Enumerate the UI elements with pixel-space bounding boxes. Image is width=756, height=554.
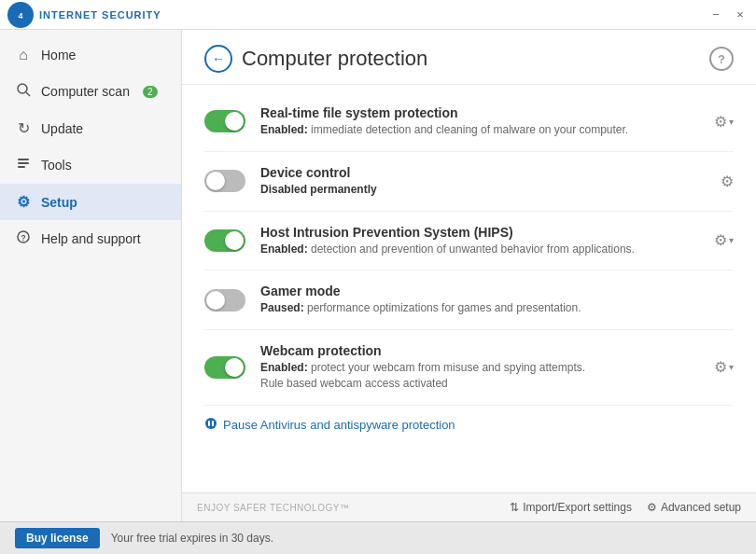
main-container: ⌂ Home Computer scan 2 ↻ Update <box>0 30 756 521</box>
content-header: ← Computer protection ? <box>182 30 756 85</box>
update-icon: ↻ <box>15 119 32 137</box>
bottom-bar: Buy license Your free trial expires in 3… <box>0 521 756 554</box>
window-controls: − × <box>707 7 749 23</box>
buy-license-button[interactable]: Buy license <box>15 528 100 548</box>
footer-tagline: ENJOY SAFER TECHNOLOGY™ <box>197 503 349 513</box>
scan-badge: 2 <box>143 86 158 98</box>
footer: ENJOY SAFER TECHNOLOGY™ ⇅ Import/Export … <box>182 492 756 521</box>
gear-icon-hips: ⚙ <box>714 231 727 249</box>
toggle-gamer-mode[interactable] <box>204 289 245 312</box>
content-area: ← Computer protection ? Real-time file s… <box>182 30 756 521</box>
sidebar-item-help[interactable]: ? Help and support <box>0 220 181 257</box>
titlebar: 4 INTERNET SECURITY − × <box>0 0 756 30</box>
sidebar: ⌂ Home Computer scan 2 ↻ Update <box>0 30 182 521</box>
advanced-setup-label: Advanced setup <box>661 501 741 514</box>
logo-icon: 4 <box>7 2 34 28</box>
sidebar-label-tools: Tools <box>41 158 72 173</box>
protection-name-realtime-fs: Real-time file system protection <box>260 105 699 120</box>
protection-text-realtime-fs: Real-time file system protection Enabled… <box>260 105 699 138</box>
protection-desc-device-control: Disabled permanently <box>260 182 706 198</box>
protection-item-gamer-mode: Gamer mode Paused: performance optimizat… <box>204 270 734 330</box>
sidebar-item-computer-scan[interactable]: Computer scan 2 <box>0 73 181 110</box>
protection-desc-gamer-mode: Paused: performance optimizations for ga… <box>260 300 734 316</box>
toggle-hips[interactable] <box>204 229 245 252</box>
home-icon: ⌂ <box>15 47 32 63</box>
sidebar-label-scan: Computer scan <box>41 84 130 99</box>
gear-hips[interactable]: ⚙ ▾ <box>714 231 734 249</box>
sidebar-item-setup[interactable]: ⚙ Setup <box>0 184 181 220</box>
protection-name-hips: Host Intrusion Prevention System (HIPS) <box>260 225 699 240</box>
footer-actions: ⇅ Import/Export settings ⚙ Advanced setu… <box>510 501 741 514</box>
svg-rect-11 <box>212 421 214 426</box>
svg-rect-4 <box>18 159 29 160</box>
sidebar-item-home[interactable]: ⌂ Home <box>0 37 181 73</box>
setup-icon: ⚙ <box>15 193 32 211</box>
app-logo: 4 INTERNET SECURITY <box>7 2 161 28</box>
import-export-link[interactable]: ⇅ Import/Export settings <box>510 501 632 514</box>
protection-item-webcam: Webcam protection Enabled: protect your … <box>204 330 734 406</box>
gear-icon-device: ⚙ <box>721 173 734 190</box>
import-export-label: Import/Export settings <box>523 501 632 514</box>
brand-text: INTERNET SECURITY <box>39 9 161 21</box>
protection-desc-hips: Enabled: detection and prevention of unw… <box>260 242 699 257</box>
sidebar-label-home: Home <box>41 48 76 62</box>
toggle-webcam[interactable] <box>204 356 245 379</box>
svg-rect-10 <box>208 421 210 426</box>
advanced-setup-icon: ⚙ <box>647 501 657 514</box>
close-button[interactable]: × <box>732 7 749 23</box>
sidebar-label-setup: Setup <box>41 195 77 210</box>
chevron-webcam: ▾ <box>729 362 734 372</box>
svg-rect-6 <box>18 166 25 168</box>
protection-text-gamer-mode: Gamer mode Paused: performance optimizat… <box>260 284 734 316</box>
scan-icon <box>15 82 32 101</box>
sidebar-label-update: Update <box>41 121 83 136</box>
chevron-hips: ▾ <box>729 235 734 245</box>
header-left: ← Computer protection <box>204 45 427 73</box>
protection-item-device-control: Device control Disabled permanently ⚙ <box>204 152 734 212</box>
svg-text:?: ? <box>21 233 26 242</box>
gear-icon-webcam: ⚙ <box>714 358 727 376</box>
advanced-setup-link[interactable]: ⚙ Advanced setup <box>647 501 741 514</box>
gear-icon-realtime: ⚙ <box>714 113 727 131</box>
protection-desc-webcam: Enabled: protect your webcam from misuse… <box>260 360 699 392</box>
protection-name-device-control: Device control <box>260 165 706 180</box>
trial-text: Your free trial expires in 30 days. <box>111 532 273 545</box>
protection-name-gamer-mode: Gamer mode <box>260 284 734 298</box>
protection-text-device-control: Device control Disabled permanently <box>260 165 706 198</box>
minimize-button[interactable]: − <box>707 7 724 23</box>
gear-realtime-fs[interactable]: ⚙ ▾ <box>714 113 734 131</box>
protection-text-webcam: Webcam protection Enabled: protect your … <box>260 343 699 392</box>
pause-icon <box>204 417 217 433</box>
sidebar-item-tools[interactable]: Tools <box>0 146 181 184</box>
protection-name-webcam: Webcam protection <box>260 343 699 358</box>
svg-line-3 <box>26 92 30 96</box>
sidebar-label-help: Help and support <box>41 231 141 246</box>
protection-text-hips: Host Intrusion Prevention System (HIPS) … <box>260 225 699 257</box>
gear-webcam[interactable]: ⚙ ▾ <box>714 358 734 376</box>
pause-antivirus-link[interactable]: Pause Antivirus and antispyware protecti… <box>223 418 455 432</box>
svg-point-2 <box>18 84 27 93</box>
protection-desc-realtime-fs: Enabled: immediate detection and cleanin… <box>260 122 699 138</box>
status-webcam: Enabled: <box>260 361 308 374</box>
chevron-realtime: ▾ <box>729 117 734 127</box>
svg-rect-5 <box>18 162 29 164</box>
status-gamer-mode: Paused: <box>260 301 304 314</box>
import-export-icon: ⇅ <box>510 501 519 514</box>
tools-icon <box>15 156 32 174</box>
status-hips: Enabled: <box>260 242 308 256</box>
page-title: Computer protection <box>242 47 427 71</box>
sidebar-item-update[interactable]: ↻ Update <box>0 110 181 146</box>
toggle-realtime-fs[interactable] <box>204 110 245 132</box>
svg-point-9 <box>205 418 217 429</box>
help-button[interactable]: ? <box>709 47 734 71</box>
svg-text:4: 4 <box>18 11 22 21</box>
back-button[interactable]: ← <box>204 45 232 73</box>
toggle-device-control[interactable] <box>204 170 245 192</box>
status-device-control: Disabled permanently <box>260 183 377 196</box>
content-body: Real-time file system protection Enabled… <box>182 85 756 492</box>
help-icon: ? <box>15 229 32 248</box>
protection-item-hips: Host Intrusion Prevention System (HIPS) … <box>204 212 734 271</box>
protection-item-realtime-fs: Real-time file system protection Enabled… <box>204 92 734 152</box>
gear-device-control[interactable]: ⚙ <box>721 173 734 190</box>
status-realtime-fs: Enabled: <box>260 123 308 136</box>
